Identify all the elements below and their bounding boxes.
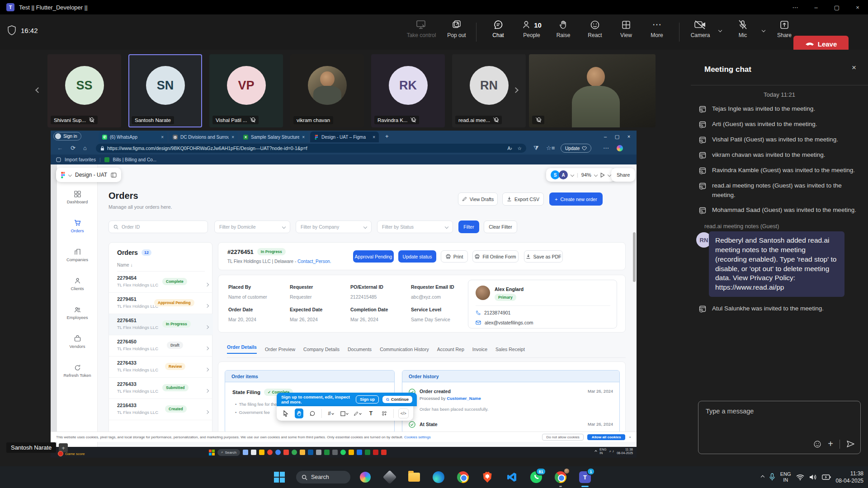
filter-company-select[interactable]: Filter by Company [296,221,372,233]
participant-tile-vikram[interactable]: vikram chavan [290,54,364,127]
order-row[interactable]: 2276433TL Flex Holdings LLC Review [109,357,213,378]
mic-button[interactable]: Mic [727,20,759,38]
taskbar-teams[interactable]: T 1 [578,470,592,484]
remote-lang-indicator[interactable]: ENGIN [599,448,606,455]
view-drafts-button[interactable]: View Drafts [458,192,498,206]
taskbar-explorer[interactable] [407,470,421,484]
figma-collab-pill[interactable]: S A | 94% [546,168,615,182]
order-row[interactable]: 2279454TL Flex Holdings LLC Complete [109,272,213,293]
taskbar-vscode[interactable] [505,470,519,484]
sidebar-item-employees[interactable]: Employees [57,306,98,320]
browser-tab-figma[interactable]: Design - UAT – Figma× [310,131,379,142]
remote-app-icon[interactable] [381,450,387,455]
remote-app-icon[interactable] [300,450,305,455]
extensions-icon[interactable]: ⧩ [533,145,539,152]
deny-cookies-button[interactable]: Do not allow cookies [542,434,583,441]
maximize-icon[interactable]: ▢ [826,0,847,14]
send-icon[interactable] [846,440,855,448]
chat-input[interactable]: Type a message + [698,401,861,454]
create-new-order-button[interactable]: + Create new order [549,192,603,206]
cookie-close-icon[interactable]: × [629,435,631,439]
remote-app-icon[interactable] [373,450,378,455]
taskbar-copilot[interactable] [358,470,373,484]
column-header-name[interactable]: Name ↓ [117,263,205,272]
remote-search[interactable]: ⌕ Search [217,449,240,456]
volume-icon[interactable] [809,474,817,480]
tab-close-icon[interactable]: × [231,135,234,140]
start-button[interactable] [272,470,287,484]
emoji-icon[interactable] [813,440,821,448]
remote-app-icon[interactable] [332,450,338,455]
move-tool-icon[interactable] [281,408,290,418]
remote-app-icon[interactable] [308,450,313,455]
browser-menu-icon[interactable]: ⋯ [603,145,609,151]
figma-zoom-level[interactable]: 94% [581,172,591,178]
contact-person-link[interactable]: Contact_Person. [297,259,331,264]
bookmark-bills[interactable]: Bills | Billing and Co... [113,157,157,162]
filmstrip-prev-icon[interactable] [36,86,40,94]
view-button[interactable]: View [610,20,642,38]
taskbar-edge[interactable] [431,470,446,484]
remote-app-icon[interactable] [324,450,330,455]
minimize-icon[interactable]: – [806,0,826,14]
resources-tool-icon[interactable] [380,408,389,418]
tab-sales-receipt[interactable]: Sales Receipt [495,347,525,352]
participant-tile-shivani[interactable]: SS Shivani Sup... [47,54,121,127]
export-csv-button[interactable]: Export CSV [502,192,544,206]
read-aloud-icon[interactable]: A› [508,146,512,151]
dev-mode-toggle[interactable]: </> [398,408,409,418]
browser-maximize-icon[interactable]: ▢ [611,131,623,142]
taskbar-clock[interactable]: 11:3808-04-2025 [836,470,863,484]
home-icon[interactable]: ⌂ [83,145,87,151]
figma-file-pill[interactable]: Design - UAT [56,168,121,182]
participant-tile-photo[interactable] [529,54,656,127]
pop-out-button[interactable]: Pop out [441,20,472,38]
people-button[interactable]: 10 People [514,20,549,38]
remote-app-icon[interactable] [340,450,346,455]
camera-button[interactable]: Camera [684,20,716,38]
remote-start-icon[interactable] [209,450,215,455]
copilot-icon[interactable] [617,145,623,151]
tray-expand-icon[interactable] [761,475,764,479]
taskbar-app-dark[interactable] [382,470,397,484]
tab-documents[interactable]: Documents [348,347,372,352]
contact-email[interactable]: alex@vstatefilings.com [485,320,533,325]
tray-mic-icon[interactable] [769,473,775,481]
taskbar-chrome[interactable] [456,470,470,484]
taskbar-whatsapp[interactable]: 81 [529,470,543,484]
filter-status-select[interactable]: Filter by Status [377,221,453,233]
approval-pending-button[interactable]: Approval Pending [353,250,394,263]
chat-message-list[interactable]: Today 11:21 Tejas Ingle was invited to t… [696,91,863,319]
taskbar-chrome-profile[interactable] [553,470,568,484]
filter-domicile-select[interactable]: Filter by Domicile [214,221,290,233]
shape-tool-icon[interactable] [340,408,349,418]
browser-tab-whatsapp[interactable]: ✆ (6) WhatsApp× [99,131,167,142]
cookie-settings-link[interactable]: Cookies settings [404,435,431,439]
allow-cookies-button[interactable]: Allow all cookies [587,434,625,440]
tab-account-rep[interactable]: Account Rep [437,347,464,352]
filter-apply-button[interactable]: Filter [458,221,479,233]
tab-close-icon[interactable]: × [161,135,164,140]
remote-clock[interactable]: 11:3808-04-2025 [617,448,633,455]
new-tab-icon[interactable]: + [385,133,389,140]
order-row[interactable]: 2276433TL Flex Holdings LLC Submitted [109,378,213,399]
sidebar-item-companies[interactable]: Companies [57,249,98,262]
save-as-pdf-button[interactable]: Save as PDF [524,250,563,263]
participant-tile-vishal[interactable]: VP Vishal Patil ... [209,54,283,127]
language-indicator[interactable]: ENGIN [780,471,791,483]
tab-close-icon[interactable]: × [373,135,375,140]
tab-close-icon[interactable]: × [302,135,305,140]
sidebar-item-vendors[interactable]: Vendors [57,335,98,349]
favorite-star-icon[interactable]: ☆ [518,145,522,151]
tab-order-preview[interactable]: Order Preview [265,347,295,352]
remote-app-icon[interactable] [357,450,362,455]
hand-tool-icon[interactable] [295,408,304,418]
browser-minimize-icon[interactable]: – [599,131,611,142]
remote-app-icon[interactable] [267,450,273,455]
browser-profile-button[interactable]: Sign in [53,132,81,141]
chat-message[interactable]: RN Redberyl and Santosh added read.ai me… [696,231,863,297]
order-row[interactable]: 2276450TL Flex Holdings LLC Draft [109,335,213,357]
camera-chevron-icon[interactable] [719,25,722,33]
taskbar-brave[interactable] [480,470,495,484]
present-icon[interactable] [600,173,605,178]
